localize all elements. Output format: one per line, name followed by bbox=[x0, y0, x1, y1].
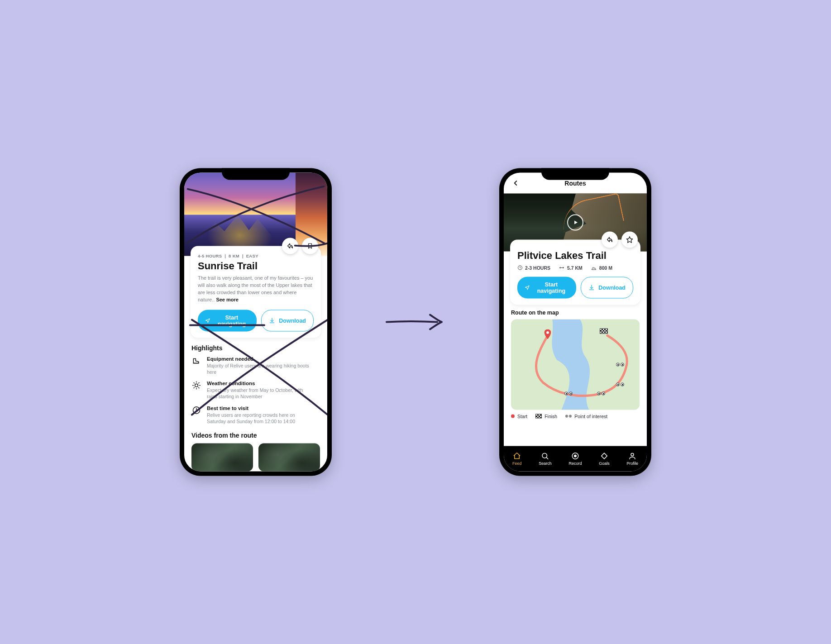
tab-label: Record bbox=[569, 461, 582, 466]
download-button[interactable]: Download bbox=[261, 310, 314, 331]
route-description-text: The trail is very pleasant, one of my fa… bbox=[198, 275, 313, 302]
see-more-link[interactable]: See more bbox=[216, 297, 239, 302]
videos-section: Videos from the route bbox=[184, 430, 327, 444]
phone-left: 4-5 HOURS | 8 KM | EASY Sunrise Trail Th… bbox=[180, 168, 332, 476]
route-description: The trail is very pleasant, one of my fa… bbox=[198, 275, 314, 304]
tab-label: Goals bbox=[599, 461, 610, 466]
legend-finish-label: Finish bbox=[544, 414, 557, 419]
stat-distance-value: 5.7 KM bbox=[567, 265, 583, 271]
start-navigating-label: Start navigating bbox=[534, 281, 569, 294]
highlight-item: Equipment needed Majority of Relive user… bbox=[191, 356, 320, 375]
map-poi bbox=[616, 383, 624, 386]
map-finish-flag bbox=[600, 328, 608, 336]
start-navigating-label: Start navigating bbox=[214, 314, 250, 327]
search-icon bbox=[541, 452, 549, 460]
highlight-item: Best time to visit Relive users are repo… bbox=[191, 405, 320, 424]
map-poi bbox=[564, 392, 573, 396]
start-navigating-button[interactable]: Start navigating bbox=[517, 277, 576, 299]
highlights-heading: Highlights bbox=[191, 344, 320, 351]
tab-label: Profile bbox=[627, 461, 639, 466]
highlight-subtitle: Majority of Relive users are wearing hik… bbox=[207, 362, 311, 375]
highlight-title: Equipment needed bbox=[207, 356, 311, 361]
stat-duration-value: 2-3 HOURS bbox=[525, 265, 550, 271]
tab-label: Search bbox=[539, 461, 552, 466]
download-label: Download bbox=[279, 317, 306, 324]
play-button[interactable] bbox=[567, 215, 583, 231]
tab-feed[interactable]: Feed bbox=[512, 452, 522, 466]
svg-marker-2 bbox=[626, 237, 632, 243]
stat-distance: 5.7 KM bbox=[559, 265, 583, 271]
svg-point-10 bbox=[631, 453, 634, 456]
legend-poi: Point of interest bbox=[565, 414, 607, 419]
map-poi bbox=[597, 392, 605, 396]
bottom-tab-bar: Feed Search Record Goals Profile bbox=[504, 446, 647, 472]
legend-finish: Finish bbox=[535, 414, 557, 419]
home-icon bbox=[513, 452, 521, 460]
highlight-title: Weather conditions bbox=[207, 381, 311, 386]
distance-icon bbox=[559, 265, 565, 271]
tab-goals[interactable]: Goals bbox=[599, 452, 610, 466]
route-stats: 2-3 HOURS 5.7 KM 800 M bbox=[517, 265, 633, 271]
goals-icon bbox=[600, 452, 608, 460]
download-icon bbox=[269, 317, 275, 324]
share-icon bbox=[287, 243, 294, 250]
clock-icon bbox=[517, 265, 523, 271]
tab-search[interactable]: Search bbox=[539, 452, 552, 466]
favorite-button[interactable] bbox=[621, 232, 638, 248]
navigate-icon bbox=[525, 285, 530, 291]
legend-poi-label: Point of interest bbox=[574, 414, 607, 419]
video-thumbnail[interactable] bbox=[258, 444, 320, 472]
video-thumbnails bbox=[184, 444, 327, 472]
route-map[interactable] bbox=[511, 320, 640, 410]
map-section: Route on the map bbox=[511, 305, 640, 423]
download-icon bbox=[588, 285, 595, 291]
star-icon bbox=[626, 236, 633, 243]
bookmark-icon bbox=[307, 243, 313, 250]
map-poi bbox=[616, 363, 624, 367]
stat-elevation-value: 800 M bbox=[599, 265, 612, 271]
videos-heading: Videos from the route bbox=[191, 432, 320, 439]
page-title: Routes bbox=[564, 180, 586, 187]
share-button[interactable] bbox=[282, 238, 298, 254]
chevron-left-icon bbox=[511, 179, 520, 187]
back-button[interactable] bbox=[510, 178, 521, 189]
share-icon bbox=[606, 236, 613, 243]
meta-distance: 8 KM bbox=[229, 253, 239, 258]
sun-icon bbox=[191, 381, 201, 391]
video-thumbnail[interactable] bbox=[191, 444, 253, 472]
screen-right: Routes Plitvice Lakes Trail bbox=[504, 173, 647, 472]
svg-rect-9 bbox=[602, 453, 607, 459]
bookmark-button[interactable] bbox=[302, 238, 318, 254]
highlight-item: Weather conditions Expect dry weather fr… bbox=[191, 381, 320, 400]
legend-start-label: Start bbox=[517, 414, 527, 419]
route-title: Plitvice Lakes Trail bbox=[517, 250, 633, 262]
meta-difficulty: EASY bbox=[246, 253, 258, 258]
start-navigating-button[interactable]: Start navigating bbox=[198, 310, 257, 331]
download-button[interactable]: Download bbox=[581, 277, 633, 299]
map-legend: Start Finish Point of interest bbox=[511, 414, 640, 423]
highlight-subtitle: Expect dry weather from May to October, … bbox=[207, 387, 311, 400]
map-heading: Route on the map bbox=[511, 310, 640, 316]
transition-arrow bbox=[382, 309, 449, 336]
boot-icon bbox=[191, 356, 201, 366]
route-info-card: Plitvice Lakes Trail 2-3 HOURS 5.7 KM 80… bbox=[510, 240, 640, 305]
share-button[interactable] bbox=[602, 232, 618, 248]
tab-record[interactable]: Record bbox=[569, 452, 582, 466]
highlights-section: Highlights Equipment needed Majority of … bbox=[184, 338, 327, 429]
stat-elevation: 800 M bbox=[591, 265, 612, 271]
svg-point-0 bbox=[195, 384, 198, 387]
svg-point-8 bbox=[574, 455, 577, 457]
elevation-icon bbox=[591, 265, 597, 271]
download-label: Download bbox=[598, 285, 626, 291]
play-icon bbox=[573, 220, 578, 225]
route-title: Sunrise Trail bbox=[198, 260, 314, 272]
map-start-pin bbox=[544, 329, 552, 341]
profile-icon bbox=[628, 452, 636, 460]
tab-profile[interactable]: Profile bbox=[627, 452, 639, 466]
route-info-card: 4-5 HOURS | 8 KM | EASY Sunrise Trail Th… bbox=[191, 246, 321, 338]
meta-duration: 4-5 HOURS bbox=[198, 253, 222, 258]
phone-right: Routes Plitvice Lakes Trail bbox=[499, 168, 651, 476]
clock-icon bbox=[191, 405, 201, 415]
navigate-icon bbox=[205, 317, 210, 324]
tab-label: Feed bbox=[512, 461, 522, 466]
